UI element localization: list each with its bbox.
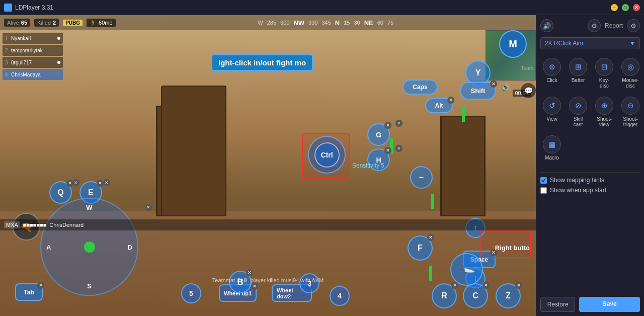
z-key-button[interactable]: Z ✕ bbox=[496, 283, 521, 308]
sensitivity-label: Sensitivity 5 bbox=[352, 162, 384, 169]
num3-button[interactable]: 3 bbox=[299, 273, 319, 293]
show-start-row: Show when app start bbox=[540, 187, 640, 194]
click-tool-label: Click bbox=[546, 77, 557, 83]
alt-key-button[interactable]: Alt ✕ bbox=[425, 98, 453, 113]
player-item-4: 4 ChrisMadaya bbox=[3, 69, 63, 80]
ctrl-key-button[interactable]: Ctrl bbox=[308, 136, 346, 174]
tool-view[interactable]: ↺ View bbox=[540, 94, 564, 130]
gear-settings-button[interactable]: ⚙ bbox=[627, 19, 640, 32]
window-controls: – □ ✕ bbox=[611, 4, 640, 11]
close-g-badge[interactable]: ✕ bbox=[384, 122, 391, 129]
compass-bar: W 285 300 NW 330 345 N 15 30 NE 60 75 bbox=[120, 19, 532, 27]
close-e-badge[interactable]: ✕ bbox=[97, 180, 104, 187]
shoot-view-tool-icon: ⊕ bbox=[595, 97, 613, 115]
report-row: 🔊 ⚙ Report ⚙ bbox=[540, 19, 640, 32]
batter-tool-icon: ⊞ bbox=[569, 58, 587, 76]
macro-tool-icon: ▦ bbox=[543, 135, 561, 153]
r-key-button[interactable]: R ✕ bbox=[432, 283, 457, 308]
key-disc-tool-label: Key-disc bbox=[595, 77, 613, 89]
close-shift-badge[interactable]: ✕ bbox=[490, 81, 497, 88]
close-z-badge[interactable]: ✕ bbox=[515, 282, 522, 289]
tool-click[interactable]: ⊕ Click bbox=[540, 55, 564, 91]
tool-key-disc[interactable]: ⊟ Key-disc bbox=[593, 55, 616, 91]
show-hints-checkbox[interactable] bbox=[540, 177, 547, 184]
player-badge: MXA bbox=[4, 221, 20, 228]
close-alt-badge[interactable]: ✕ bbox=[447, 97, 454, 104]
close-h-badge[interactable]: ✕ bbox=[384, 147, 391, 154]
skill-cast-tool-icon: ⊘ bbox=[569, 97, 587, 115]
tool-mouse-disc[interactable]: ◎ Mouse-disc bbox=[619, 55, 642, 91]
save-button[interactable]: Save bbox=[579, 297, 640, 312]
mouse-disc-tool-icon: ◎ bbox=[621, 58, 639, 76]
bottom-action-buttons: Restore Save bbox=[540, 297, 640, 312]
chat-icon[interactable]: 💬 bbox=[521, 83, 536, 98]
c-key-button[interactable]: C ✕ bbox=[463, 283, 488, 308]
tab-key-button[interactable]: Tab ✕ bbox=[15, 283, 43, 301]
tool-macro[interactable]: ▦ Macro bbox=[540, 133, 564, 163]
g-key-button[interactable]: G ✕ bbox=[367, 123, 390, 146]
player-item-3: 3 0rgull717 bbox=[3, 57, 63, 68]
close-b-badge[interactable]: ✕ bbox=[246, 269, 253, 276]
key-disc-tool-icon: ⊟ bbox=[595, 58, 613, 76]
f-key-button[interactable]: F ✕ bbox=[408, 235, 433, 261]
close-wheelup-badge[interactable]: ✕ bbox=[251, 283, 258, 290]
shoot-trigger-tool-icon: ⊖ bbox=[621, 97, 639, 115]
profile-dropdown[interactable]: 2K RClick Aim ▼ bbox=[540, 37, 640, 49]
tool-skill-cast[interactable]: ⊘ Skill cast bbox=[567, 94, 590, 130]
macro-tool-label: Macro bbox=[545, 155, 559, 161]
num5-button[interactable]: 5 bbox=[181, 283, 201, 303]
m-key-button[interactable]: M bbox=[499, 30, 527, 58]
hud-top-bar: Alive 65 Killed 2 PUBG 🏃 60me W 285 300 … bbox=[0, 15, 536, 30]
num4-button[interactable]: 4 bbox=[330, 286, 350, 306]
right-button-label: Right butto bbox=[495, 244, 530, 252]
batter-tool-label: Batter bbox=[572, 77, 585, 83]
cabinet bbox=[161, 86, 226, 216]
show-start-checkbox[interactable] bbox=[540, 187, 547, 194]
killed-badge: Killed 2 bbox=[34, 19, 59, 27]
player-info-bar: MXA ■■■■■■■ ChrisDennard bbox=[0, 219, 536, 230]
tool-shoot-view[interactable]: ⊕ Shoot-view bbox=[593, 94, 616, 130]
tool-batter[interactable]: ⊞ Batter bbox=[567, 55, 590, 91]
q-key-button[interactable]: Q ✕ bbox=[49, 181, 72, 204]
settings-button[interactable]: ⚙ bbox=[588, 19, 601, 32]
move-center-dot bbox=[84, 242, 95, 253]
green-bar-1 bbox=[462, 107, 465, 122]
volume-button[interactable]: 🔊 bbox=[540, 19, 553, 32]
speed-badge: 🏃 60me bbox=[87, 19, 116, 27]
close-badge-g[interactable]: ✕ bbox=[395, 120, 403, 127]
shoot-trigger-tool-label: Shoot-trigger bbox=[621, 116, 639, 127]
door-right bbox=[440, 116, 486, 216]
player-name-info: ChrisDennard bbox=[49, 222, 84, 228]
close-c-badge[interactable]: ✕ bbox=[482, 282, 490, 289]
maximize-button[interactable]: □ bbox=[622, 4, 629, 11]
item-icon-btn[interactable]: 🔪 bbox=[450, 253, 483, 286]
skill-cast-tool-label: Skill cast bbox=[569, 116, 587, 127]
dropdown-arrow-icon: ▼ bbox=[629, 40, 635, 47]
report-link[interactable]: Report bbox=[605, 22, 623, 29]
app-title: LDPlayer 3.31 bbox=[15, 4, 53, 11]
shift-key-button[interactable]: Shift ✕ bbox=[460, 82, 496, 100]
titlebar: LDPlayer 3.31 – □ ✕ bbox=[0, 0, 644, 15]
profile-dropdown-label: 2K RClick Aim bbox=[545, 40, 583, 47]
divider-1 bbox=[540, 172, 640, 173]
close-badge-move[interactable]: ✕ bbox=[145, 204, 152, 211]
close-button[interactable]: ✕ bbox=[633, 4, 640, 11]
close-badge-e[interactable]: ✕ bbox=[103, 179, 110, 186]
mouse-disc-tool-label: Mouse-disc bbox=[621, 77, 639, 89]
caps-key-button[interactable]: Caps bbox=[403, 80, 438, 95]
close-badge-h[interactable]: ✕ bbox=[395, 145, 403, 152]
team-label: Team bbox=[521, 65, 533, 71]
player-item-1: 1 NyankaII bbox=[3, 33, 63, 44]
kill-feed: Teammat Chill_player killed musi94 with … bbox=[101, 277, 435, 283]
close-badge-q[interactable]: ✕ bbox=[72, 179, 79, 186]
click-tool-icon: ⊕ bbox=[543, 58, 561, 76]
tool-shoot-trigger[interactable]: ⊖ Shoot-trigger bbox=[619, 94, 642, 130]
weapon-name: ■■■■■■■ bbox=[23, 222, 47, 228]
right-panel: 🔊 ⚙ Report ⚙ 2K RClick Aim ▼ ⊕ Click ⊞ B… bbox=[536, 15, 644, 316]
minimize-button[interactable]: – bbox=[611, 4, 618, 11]
tilde-key-button[interactable]: ~ bbox=[410, 166, 433, 189]
close-f-badge[interactable]: ✕ bbox=[427, 234, 434, 241]
close-tab-badge[interactable]: ✕ bbox=[37, 282, 44, 289]
restore-button[interactable]: Restore bbox=[540, 297, 575, 312]
game-viewport[interactable]: Alive 65 Killed 2 PUBG 🏃 60me W 285 300 … bbox=[0, 15, 536, 316]
